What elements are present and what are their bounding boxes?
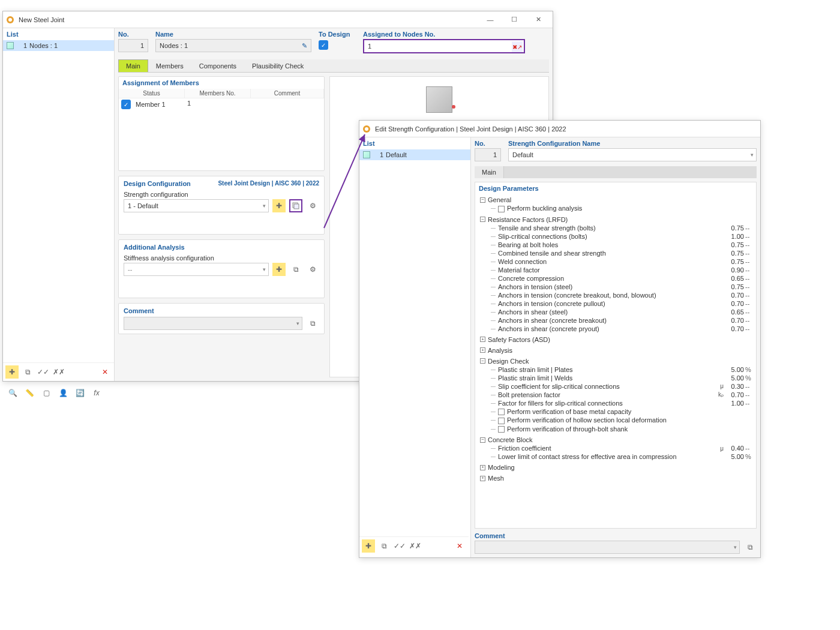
tool-person-icon[interactable]: 👤 xyxy=(56,386,70,400)
group-modeling[interactable]: +Modeling xyxy=(480,463,756,472)
tree-item[interactable]: Concrete compression0.65-- xyxy=(491,274,756,283)
tab-members[interactable]: Members xyxy=(148,59,191,72)
group-mesh[interactable]: +Mesh xyxy=(480,474,756,482)
checklist-icon[interactable]: ✓✓ xyxy=(393,539,406,553)
edit-icon[interactable]: ✎ xyxy=(302,42,307,50)
copy-stiffness-icon[interactable]: ⧉ xyxy=(289,263,302,276)
todesign-label: To Design xyxy=(319,31,356,38)
group-analysis[interactable]: +Analysis xyxy=(480,346,756,355)
group-design-check[interactable]: −Design Check xyxy=(480,357,756,365)
tool-search-icon[interactable]: 🔍 xyxy=(6,386,19,400)
delete-icon[interactable]: ✕ xyxy=(98,365,112,379)
stiffness-settings-icon[interactable]: ⚙ xyxy=(306,263,319,276)
tree-item[interactable]: Perform verification of through-bolt sha… xyxy=(491,425,756,434)
tab-plausibility[interactable]: Plausibility Check xyxy=(244,59,311,72)
tabs: Main Members Components Plausibility Che… xyxy=(118,59,549,73)
svg-point-6 xyxy=(365,127,368,131)
new-icon[interactable]: ✚ xyxy=(5,365,19,379)
tree-item[interactable]: Anchors in shear (concrete pryout)0.70-- xyxy=(491,325,756,333)
checkbox[interactable] xyxy=(498,418,505,424)
strength-config-combo[interactable]: 1 - Default xyxy=(124,199,269,212)
tab-main[interactable]: Main xyxy=(475,166,504,178)
tree-item[interactable]: Slip-critical connections (bolts)1.00-- xyxy=(491,232,756,241)
table-row[interactable]: ✓Member 1 1 xyxy=(119,98,324,110)
copy-icon[interactable]: ⧉ xyxy=(21,365,34,379)
checkbox[interactable] xyxy=(498,426,505,433)
window-title: New Steel Joint xyxy=(19,16,478,23)
checkbox[interactable] xyxy=(498,409,505,415)
new-config-icon[interactable]: ✚ xyxy=(272,199,286,212)
minimize-button[interactable]: — xyxy=(478,13,502,27)
group-resistance[interactable]: −Resistance Factors (LRFD) xyxy=(480,215,756,224)
node-icon xyxy=(363,151,370,158)
comment-panel: Comment ⧉ xyxy=(118,303,325,334)
tool-refresh-icon[interactable]: 🔄 xyxy=(73,386,86,400)
tree-item[interactable]: Material factor0.90-- xyxy=(491,266,756,274)
tree-item[interactable]: Combined tensile and shear strength0.75-… xyxy=(491,249,756,257)
uncheck-icon[interactable]: ✗✗ xyxy=(409,539,422,553)
tree-item[interactable]: Anchors in tension (concrete breakout, b… xyxy=(491,291,756,299)
pick-node-icon[interactable]: ✖↗ xyxy=(512,41,523,52)
copy-icon xyxy=(292,202,300,210)
no-field[interactable]: 1 xyxy=(475,148,501,161)
list-item[interactable]: 1 Nodes : 1 xyxy=(3,40,114,51)
tree-item[interactable]: Plastic strain limit | Plates5.00% xyxy=(491,365,756,374)
comment-field[interactable] xyxy=(475,541,740,554)
tree-item[interactable]: Friction coefficientμ0.40-- xyxy=(491,444,756,452)
list-label: List xyxy=(3,28,114,40)
edit-config-button[interactable] xyxy=(289,199,302,212)
config-list-panel: List 1 Default ✚ ⧉ ✓✓ ✗✗ ✕ xyxy=(359,137,471,557)
tree-item[interactable]: Perform buckling analysis xyxy=(491,204,756,213)
close-button[interactable]: ✕ xyxy=(526,13,550,27)
tree-item[interactable]: Plastic strain limit | Welds5.00% xyxy=(491,374,756,382)
checklist-icon[interactable]: ✓✓ xyxy=(37,365,50,379)
group-concrete[interactable]: −Concrete Block xyxy=(480,436,756,444)
tree-item[interactable]: Bolt pretension factorkₚ0.70-- xyxy=(491,391,756,399)
no-field[interactable]: 1 xyxy=(118,39,148,52)
maximize-button[interactable]: ☐ xyxy=(502,13,526,27)
tree-item[interactable]: Anchors in tension (concrete pullout)0.7… xyxy=(491,299,756,308)
tree-item[interactable]: Tensile and shear strength (bolts)0.75-- xyxy=(491,224,756,232)
config-name-label: Strength Configuration Name xyxy=(508,140,757,147)
list-item[interactable]: 1 Default xyxy=(359,149,470,160)
tab-main[interactable]: Main xyxy=(118,59,148,72)
group-general[interactable]: −General xyxy=(480,196,756,204)
comment-copy-icon[interactable]: ⧉ xyxy=(306,317,319,330)
delete-icon[interactable]: ✕ xyxy=(453,539,466,553)
member-checkbox[interactable]: ✓ xyxy=(121,100,131,109)
new-stiffness-icon[interactable]: ✚ xyxy=(272,263,286,276)
name-field[interactable]: Nodes : 1 ✎ xyxy=(155,39,311,52)
tool-box-icon[interactable]: ▢ xyxy=(40,386,53,400)
tree-item[interactable]: Anchors in shear (steel)0.65-- xyxy=(491,308,756,316)
uncheck-icon[interactable]: ✗✗ xyxy=(52,365,65,379)
no-label: No. xyxy=(475,140,501,147)
tool-fx-icon[interactable]: fx xyxy=(90,386,103,400)
checkbox[interactable] xyxy=(498,206,505,212)
tree-item[interactable]: Bearing at bolt holes0.75-- xyxy=(491,241,756,249)
assigned-nodes-field[interactable]: 1 ✖↗ xyxy=(363,39,525,53)
comment-copy-icon[interactable]: ⧉ xyxy=(743,541,757,554)
tree-item[interactable]: Anchors in tension (steel)0.75-- xyxy=(491,283,756,291)
tree-item[interactable]: Anchors in shear (concrete breakout)0.70… xyxy=(491,316,756,325)
no-label: No. xyxy=(118,31,148,38)
copy-icon[interactable]: ⧉ xyxy=(377,539,391,553)
todesign-checkbox[interactable]: ✓ xyxy=(319,40,328,50)
name-label: Name xyxy=(155,31,311,38)
new-icon[interactable]: ✚ xyxy=(362,539,375,553)
config-settings-icon[interactable]: ⚙ xyxy=(306,199,319,212)
comment-field[interactable] xyxy=(124,317,302,330)
app-icon xyxy=(362,124,371,134)
tool-dim-icon[interactable]: 📏 xyxy=(23,386,36,400)
svg-point-1 xyxy=(8,18,12,22)
tree-item[interactable]: Perform verification of base metal capac… xyxy=(491,407,756,416)
tree-item[interactable]: Factor for fillers for slip-critical con… xyxy=(491,399,756,407)
tab-components[interactable]: Components xyxy=(191,59,244,72)
group-safety[interactable]: +Safety Factors (ASD) xyxy=(480,335,756,344)
tree-item[interactable]: Lower limit of contact stress for effect… xyxy=(491,452,756,461)
stiffness-config-combo[interactable]: -- xyxy=(124,263,269,276)
app-icon xyxy=(5,15,15,25)
tree-item[interactable]: Slip coefficient for slip-critical conne… xyxy=(491,382,756,391)
tree-item[interactable]: Weld connection0.75-- xyxy=(491,257,756,266)
tree-item[interactable]: Perform verification of hollow section l… xyxy=(491,416,756,425)
config-name-field[interactable]: Default xyxy=(508,148,757,161)
